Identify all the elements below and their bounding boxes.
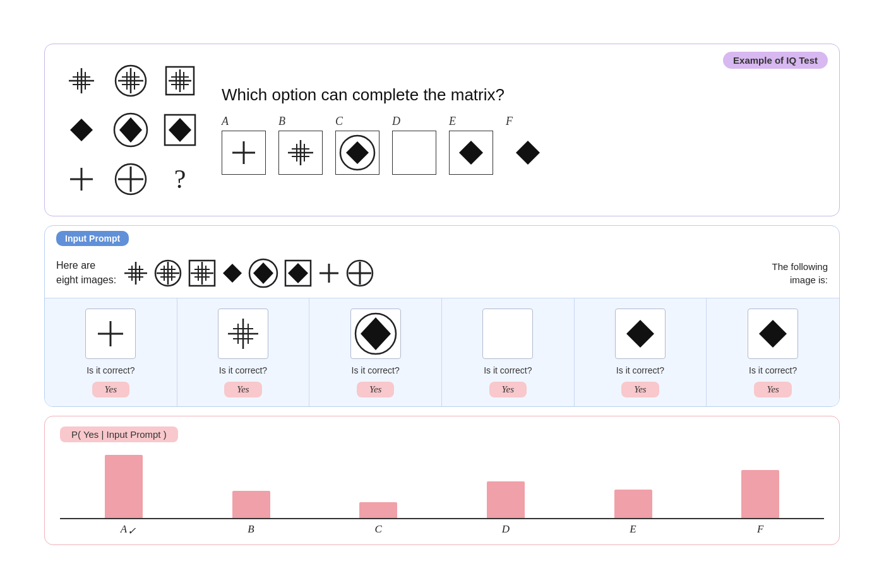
option-f: F — [506, 115, 550, 175]
option-b-label: B — [278, 115, 285, 128]
bar-D — [487, 481, 525, 518]
bar-E — [614, 490, 652, 517]
option-f-label: F — [506, 115, 513, 128]
options-row: A B C — [222, 115, 820, 175]
main-container: Example of IQ Test — [44, 44, 840, 545]
svg-marker-40 — [459, 141, 483, 165]
bar-label-F: F — [696, 523, 824, 536]
bar-label-A: A — [60, 523, 188, 536]
svg-marker-82 — [626, 320, 654, 348]
bar-label-E: E — [570, 523, 697, 536]
prompt-row: Here are eight images: The — [45, 251, 839, 298]
yes-badge-e: Yes — [621, 382, 659, 397]
matrix-cell-r2c2 — [108, 107, 153, 153]
option-b-box — [278, 131, 323, 175]
is-correct-c: Is it correct? — [352, 365, 400, 375]
bar-F — [741, 470, 779, 518]
bar-label-B: B — [188, 523, 315, 536]
bar-col-A — [60, 450, 188, 518]
chart-panel: P( Yes | Input Prompt ) ABCDEF — [44, 416, 840, 545]
option-a-box — [222, 131, 266, 175]
answer-b-box — [218, 309, 268, 359]
svg-marker-20 — [70, 119, 93, 141]
is-correct-f: Is it correct? — [749, 365, 797, 375]
matrix-cell-r1c2 — [108, 58, 153, 103]
svg-marker-62 — [223, 264, 242, 283]
is-correct-d: Is it correct? — [484, 365, 532, 375]
yes-badge-d: Yes — [489, 382, 527, 397]
answer-e-box — [615, 309, 666, 359]
option-e: E — [449, 115, 493, 175]
svg-marker-39 — [346, 141, 369, 164]
svg-marker-64 — [253, 262, 273, 284]
svg-marker-66 — [288, 263, 308, 283]
answer-cell-d: Is it correct? Yes — [442, 298, 575, 406]
answer-a-box — [85, 309, 136, 359]
yes-badge-f: Yes — [754, 382, 791, 397]
option-c-label: C — [335, 115, 343, 128]
bar-A — [105, 455, 143, 518]
bar-col-D — [442, 450, 570, 518]
yes-badge-b: Yes — [224, 382, 261, 397]
labels-row: ABCDEF — [60, 523, 824, 536]
matrix-cell-r2c1 — [59, 107, 104, 153]
option-a: A — [222, 115, 266, 175]
option-f-bare — [506, 131, 550, 175]
iq-panel: Example of IQ Test — [44, 44, 840, 216]
bar-col-E — [570, 450, 697, 518]
svg-marker-24 — [169, 118, 191, 142]
chart-area: ABCDEF — [60, 450, 824, 536]
iq-right: Which option can complete the matrix? A … — [222, 85, 820, 175]
option-d-box — [392, 131, 436, 175]
bar-col-F — [696, 450, 824, 518]
bar-B — [232, 491, 270, 517]
prompt-images — [122, 257, 375, 289]
option-a-label: A — [222, 115, 229, 128]
matrix-cell-r1c3 — [157, 58, 203, 103]
option-d: D — [392, 115, 436, 175]
answer-c-box — [350, 309, 401, 359]
input-panel: Input Prompt Here are eight images: — [44, 225, 840, 407]
matrix-cell-r3c3: ? — [157, 156, 203, 202]
input-prompt-tag: Input Prompt — [56, 231, 129, 246]
bars-row — [60, 450, 824, 519]
option-b: B — [278, 115, 323, 175]
input-label-bar: Input Prompt — [45, 226, 839, 251]
answer-cell-f: Is it correct? Yes — [707, 298, 839, 406]
answer-cell-e: Is it correct? Yes — [575, 298, 707, 406]
svg-marker-22 — [119, 117, 142, 143]
bar-col-C — [314, 450, 442, 518]
option-d-label: D — [392, 115, 400, 128]
svg-marker-41 — [516, 141, 540, 165]
answer-cell-b: Is it correct? Yes — [177, 298, 310, 406]
answer-d-box — [482, 309, 533, 359]
answer-f-box — [748, 309, 798, 359]
svg-marker-83 — [759, 320, 787, 348]
matrix-grid: ? — [59, 58, 203, 202]
answer-cell-a: Is it correct? Yes — [45, 298, 177, 406]
iq-label: Example of IQ Test — [723, 52, 828, 69]
option-c-box — [335, 131, 379, 175]
iq-question: Which option can complete the matrix? — [222, 85, 820, 105]
prompt-left: Here are eight images: — [56, 259, 116, 287]
matrix-cell-r3c1 — [59, 156, 104, 202]
yes-badge-a: Yes — [92, 382, 129, 397]
matrix-cell-r1c1 — [59, 58, 104, 103]
option-e-box — [449, 131, 493, 175]
is-correct-e: Is it correct? — [616, 365, 664, 375]
option-e-label: E — [449, 115, 456, 128]
bar-col-B — [188, 450, 315, 518]
answer-cell-c: Is it correct? Yes — [309, 298, 442, 406]
bar-C — [359, 502, 397, 517]
svg-marker-81 — [361, 317, 391, 350]
matrix-cell-r2c3 — [157, 107, 203, 153]
matrix-cell-r3c2 — [108, 156, 153, 202]
is-correct-b: Is it correct? — [219, 365, 267, 375]
chart-title: P( Yes | Input Prompt ) — [60, 426, 178, 442]
option-c: C — [335, 115, 379, 175]
yes-badge-c: Yes — [357, 382, 394, 397]
bar-label-C: C — [314, 523, 442, 536]
is-correct-a: Is it correct? — [87, 365, 134, 375]
bar-label-D: D — [442, 523, 570, 536]
prompt-right: The following image is: — [772, 260, 828, 286]
